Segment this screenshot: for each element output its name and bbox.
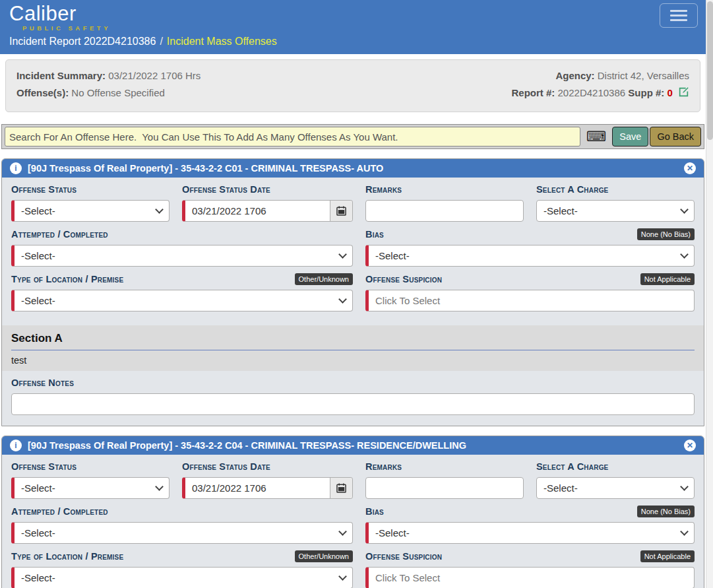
- chevron-down-icon: [338, 527, 347, 536]
- incident-summary-panel: Incident Summary: 03/21/2022 1706 Hrs Ag…: [5, 59, 700, 112]
- bias-label: Bias: [365, 505, 384, 518]
- type-of-location-label: Type of Location / Premise: [11, 550, 123, 563]
- chevron-down-icon: [338, 250, 347, 259]
- offense-panel-1-body: Offense Status -Select- Offense Status D…: [2, 178, 704, 426]
- suspicion-status-badge: Not Applicable: [640, 550, 695, 562]
- remarks-label: Remarks: [365, 460, 524, 473]
- breadcrumb-report-link[interactable]: Incident Report 2022D4210386: [9, 36, 156, 47]
- chevron-down-icon: [338, 295, 347, 304]
- agency-line: Agency: District 42, Versailles: [555, 67, 689, 84]
- offense-notes-area: Offense Notes: [11, 371, 695, 426]
- offense-notes-label: Offense Notes: [11, 376, 695, 389]
- remarks-label: Remarks: [365, 183, 524, 196]
- calendar-button[interactable]: [330, 201, 352, 221]
- offense-status-label: Offense Status: [11, 460, 170, 473]
- incident-summary-value: 03/21/2022 1706 Hrs: [108, 70, 201, 81]
- offense-panel-title: [90J Trespass Of Real Property] - 35-43-…: [28, 163, 684, 174]
- app-header: Caliber PUBLIC SAFETY Incident Report 20…: [0, 0, 706, 54]
- bias-status-badge: None (No Bias): [637, 228, 695, 240]
- close-icon[interactable]: ✕: [684, 440, 696, 451]
- offense-panel-1: i [90J Trespass Of Real Property] - 35-4…: [1, 158, 704, 426]
- agency-label: Agency:: [555, 70, 594, 81]
- incident-summary-label: Incident Summary:: [16, 70, 106, 81]
- offense-suspicion-picker[interactable]: Click To Select: [365, 567, 695, 588]
- chevron-down-icon: [680, 205, 689, 214]
- logo-title: Caliber: [9, 3, 697, 24]
- attempted-completed-select[interactable]: -Select-: [11, 245, 353, 267]
- offense-search-input[interactable]: [5, 127, 580, 147]
- breadcrumb-current: Incident Mass Offenses: [167, 36, 277, 47]
- select-a-charge-label: Select A Charge: [536, 183, 695, 196]
- save-button[interactable]: Save: [612, 127, 648, 147]
- section-a: Section A test: [2, 325, 704, 371]
- app-logo: Caliber PUBLIC SAFETY: [9, 3, 697, 32]
- select-a-charge-label: Select A Charge: [536, 460, 695, 473]
- suspicion-status-badge: Not Applicable: [640, 273, 695, 285]
- section-a-value: test: [11, 350, 695, 371]
- chevron-down-icon: [680, 527, 689, 536]
- bias-select[interactable]: -Select-: [365, 522, 695, 544]
- go-back-button[interactable]: Go Back: [650, 127, 701, 147]
- chevron-down-icon: [338, 572, 347, 581]
- attempted-completed-label: Attempted / Completed: [11, 505, 353, 518]
- offense-status-label: Offense Status: [11, 183, 170, 196]
- supp-number-value: 0: [667, 87, 672, 98]
- hamburger-icon: [670, 19, 687, 21]
- offense-panel-title: [90J Trespass Of Real Property] - 35-43-…: [28, 440, 684, 451]
- vertical-scrollbar[interactable]: [706, 0, 713, 588]
- offense-status-date-field: [182, 477, 353, 499]
- page: Caliber PUBLIC SAFETY Incident Report 20…: [0, 0, 706, 588]
- offense-panel-2-body: Offense Status -Select- Offense Status D…: [2, 455, 704, 588]
- offense-search-toolbar: ⌨ Save Go Back: [1, 124, 704, 149]
- edit-supp-icon[interactable]: [678, 86, 689, 103]
- location-status-badge: Other/Unknown: [295, 550, 353, 562]
- type-of-location-label: Type of Location / Premise: [11, 273, 123, 286]
- bias-status-badge: None (No Bias): [637, 506, 695, 517]
- calendar-icon: [336, 206, 346, 216]
- offense-status-date-label: Offense Status Date: [182, 460, 353, 473]
- breadcrumb-separator: /: [160, 36, 162, 47]
- offense-panel-1-header: i [90J Trespass Of Real Property] - 35-4…: [2, 159, 704, 178]
- info-icon[interactable]: i: [10, 162, 22, 174]
- offense-status-date-input[interactable]: [185, 478, 330, 498]
- offense-status-date-field: [182, 200, 353, 222]
- calendar-button[interactable]: [330, 478, 352, 498]
- close-icon[interactable]: ✕: [684, 162, 696, 174]
- scrollbar-thumb[interactable]: [707, 1, 713, 140]
- hamburger-menu-button[interactable]: [660, 3, 698, 28]
- offense-status-select[interactable]: -Select-: [11, 200, 170, 222]
- select-a-charge-select[interactable]: -Select-: [536, 200, 695, 222]
- breadcrumb: Incident Report 2022D4210386/Incident Ma…: [9, 36, 697, 48]
- offense-status-select[interactable]: -Select-: [11, 477, 170, 499]
- section-a-title: Section A: [11, 332, 695, 345]
- chevron-down-icon: [155, 205, 164, 214]
- logo-subtitle: PUBLIC SAFETY: [22, 24, 697, 32]
- select-a-charge-select[interactable]: -Select-: [536, 477, 695, 499]
- offense-suspicion-picker[interactable]: Click To Select: [365, 290, 695, 311]
- offenses-label: Offense(s):: [16, 87, 69, 98]
- type-of-location-select[interactable]: -Select-: [11, 567, 353, 588]
- offense-notes-input[interactable]: [11, 393, 695, 415]
- hamburger-icon: [670, 10, 687, 12]
- remarks-input[interactable]: [365, 200, 524, 222]
- chevron-down-icon: [680, 482, 689, 491]
- keyboard-icon[interactable]: ⌨: [580, 127, 612, 147]
- info-icon[interactable]: i: [10, 440, 22, 451]
- offense-panel-2: i [90J Trespass Of Real Property] - 35-4…: [1, 436, 704, 588]
- chevron-down-icon: [155, 482, 164, 491]
- type-of-location-select[interactable]: -Select-: [11, 290, 353, 311]
- offense-status-date-label: Offense Status Date: [182, 183, 353, 196]
- offenses-value: No Offense Specified: [71, 87, 164, 98]
- remarks-input[interactable]: [365, 477, 524, 499]
- report-number-label: Report #:: [512, 87, 555, 98]
- attempted-completed-label: Attempted / Completed: [11, 228, 353, 241]
- location-status-badge: Other/Unknown: [295, 273, 353, 285]
- calendar-icon: [336, 483, 346, 493]
- attempted-completed-select[interactable]: -Select-: [11, 522, 353, 544]
- agency-value: District 42, Versailles: [598, 70, 689, 81]
- offense-status-date-input[interactable]: [185, 201, 330, 221]
- chevron-down-icon: [680, 250, 689, 259]
- offense-suspicion-label: Offense Suspicion: [365, 273, 442, 286]
- bias-select[interactable]: -Select-: [365, 245, 695, 267]
- offense-panel-2-header: i [90J Trespass Of Real Property] - 35-4…: [2, 436, 704, 455]
